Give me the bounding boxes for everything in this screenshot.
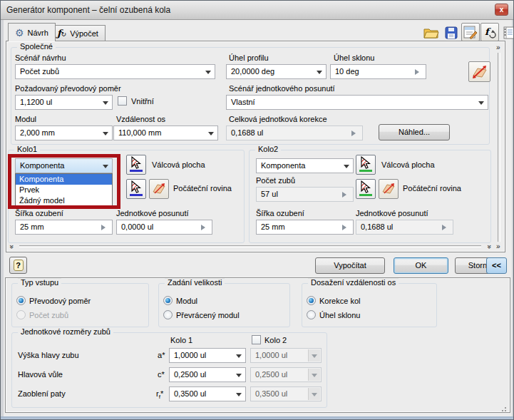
gear1-color-underline — [130, 170, 143, 172]
flip-direction-button[interactable] — [468, 61, 490, 82]
expand-right-chevron-icon[interactable]: » — [496, 243, 500, 250]
expand-right-chevron-icon[interactable]: » — [496, 44, 500, 51]
addendum-gear2-combo[interactable]: 1,0000 ul — [250, 348, 322, 363]
dropdown-item-komponenta[interactable]: Komponenta — [16, 174, 112, 185]
open-button[interactable] — [422, 24, 441, 42]
gear1-model-combo[interactable]: Komponenta — [15, 158, 113, 173]
unit-shift-scenario-combo[interactable]: Vlastní — [226, 95, 488, 110]
gear1-model-dropdown: Komponenta Prvek Žádný model — [15, 173, 113, 207]
root-fillet-gear1-combo[interactable]: 0,3500 ul — [169, 386, 246, 401]
window-border-bottom — [1, 416, 514, 420]
expand-down-chevron-icon[interactable]: » — [8, 245, 15, 249]
helix-angle-field[interactable]: 10 deg — [330, 64, 426, 79]
pressure-angle-combo[interactable]: 20,0000 deg — [226, 64, 327, 79]
dropdown-item-zadny-model[interactable]: Žádný model — [16, 195, 112, 206]
recalculate-button[interactable]: f — [480, 23, 499, 41]
radio-number-of-teeth[interactable] — [16, 310, 26, 319]
gear1-plane-button[interactable] — [149, 179, 169, 199]
clearance-gear2-combo[interactable]: 0,2500 ul — [250, 367, 322, 382]
chevron-down-icon — [103, 101, 108, 108]
radio-helix-angle-label: Úhel sklonu — [319, 311, 360, 319]
resize-grip[interactable] — [501, 405, 508, 411]
root-fillet-gear2-combo[interactable]: 0,3500 ul — [250, 386, 322, 401]
tooth-col2-header: Kolo 2 — [264, 336, 287, 344]
radio-module[interactable] — [163, 296, 173, 305]
design-scenario-combo[interactable]: Počet zubů — [15, 64, 215, 79]
gear2-cylindrical-face-label: Válcová plocha — [381, 160, 435, 169]
gear2-plane-button[interactable] — [379, 179, 399, 199]
ok-button[interactable]: OK — [394, 257, 448, 274]
dropdown-item-prvek[interactable]: Prvek — [16, 185, 112, 195]
close-button[interactable]: x — [495, 4, 508, 16]
radio-corrections[interactable] — [307, 296, 316, 305]
pressure-angle-label: Úhel profilu — [229, 53, 269, 62]
bottom-panel-splitter[interactable]: » » — [9, 243, 491, 250]
gear2-model-combo[interactable]: Komponenta — [256, 158, 354, 173]
tab-calculation[interactable]: ƒ↻ Výpočet — [50, 25, 106, 41]
gear1-start-plane-pick-button[interactable] — [126, 179, 146, 199]
chevron-down-icon — [236, 393, 242, 399]
select-cursor-icon — [129, 180, 143, 194]
help-button[interactable]: ? — [9, 257, 27, 274]
center-distance-label: Vzdálenost os — [116, 115, 165, 123]
center-distance-combo[interactable]: 110,000 mm — [113, 126, 218, 140]
report-button[interactable] — [500, 24, 514, 42]
save-floppy-icon — [445, 26, 458, 39]
splitter-groove — [498, 53, 500, 242]
chevron-down-icon — [208, 132, 214, 138]
root-fillet-symbol: rf* — [156, 389, 163, 400]
gear2-color-underline — [359, 170, 372, 172]
radio-diametral-pitch-label: Převrácený modul — [176, 311, 240, 319]
gear2-teeth-label: Počet zubů — [256, 176, 295, 185]
side-panel-splitter[interactable]: » » — [494, 43, 505, 252]
save-button[interactable] — [442, 24, 461, 42]
radio-helix-angle[interactable] — [307, 310, 316, 319]
tab-design[interactable]: ⚙ Návrh — [8, 23, 56, 41]
tooth-col2-checkbox[interactable] — [252, 335, 261, 344]
module-label: Modul — [15, 115, 36, 123]
gear2-facewidth-field[interactable]: 25 mm — [256, 220, 354, 235]
export-form-button[interactable] — [461, 23, 480, 41]
clearance-gear1-combo[interactable]: 0,2500 ul — [169, 367, 246, 382]
gear1-unit-correction-field[interactable]: 0,0000 ul — [116, 220, 212, 235]
gear1-facewidth-field[interactable]: 25 mm — [15, 220, 113, 235]
radio-module-label: Modul — [176, 297, 197, 305]
chevron-down-icon — [103, 132, 108, 138]
dialog-window: Generátor komponent – čelní ozubená kola… — [0, 0, 514, 420]
gear-icon: ⚙ — [15, 28, 24, 38]
spinner-arrow-icon — [342, 192, 349, 198]
internal-checkbox[interactable] — [118, 96, 127, 106]
gear2-cylindrical-face-pick-button[interactable] — [356, 155, 376, 175]
gear1-group-legend: Kolo1 — [14, 145, 40, 153]
preview-button[interactable]: Náhled... — [379, 124, 450, 140]
gear2-start-plane-pick-button[interactable] — [356, 179, 376, 199]
spinner-arrow-icon — [351, 130, 359, 136]
expand-down-chevron-icon[interactable]: » — [485, 245, 493, 249]
collapse-button[interactable]: << — [486, 257, 507, 274]
desired-ratio-combo[interactable]: 1,1200 ul — [15, 95, 113, 110]
chevron-down-icon — [312, 393, 317, 399]
gear2-unit-correction-field[interactable]: 0,1688 ul — [356, 220, 453, 235]
addendum-gear1-combo[interactable]: 1,0000 ul — [169, 348, 246, 363]
total-correction-field[interactable]: 0,1688 ul — [226, 126, 363, 140]
radio-diametral-pitch[interactable] — [163, 310, 173, 319]
form-edit-icon — [463, 25, 478, 39]
spinner-arrow-icon — [201, 225, 208, 230]
spinner-arrow-icon — [415, 69, 422, 75]
module-combo[interactable]: 2,000 mm — [15, 126, 113, 140]
gear2-group-legend: Kolo2 — [255, 145, 281, 153]
radio-corrections-label: Korekce kol — [319, 297, 360, 305]
gear1-cylindrical-face-pick-button[interactable] — [126, 155, 146, 175]
calculate-button[interactable]: Vypočítat — [315, 257, 385, 274]
chevron-down-icon — [317, 71, 322, 77]
design-scenario-label: Scénář návrhu — [15, 53, 66, 62]
distance-type-group: Dosažení vzdálenosti os — [302, 283, 437, 327]
radio-gear-ratio[interactable] — [16, 296, 26, 305]
gear2-teeth-field[interactable]: 57 ul — [256, 187, 354, 202]
gear2-color-underline — [359, 194, 372, 196]
gear2-start-plane-label: Počáteční rovina — [403, 184, 461, 193]
start-plane-icon — [151, 181, 167, 197]
title-bar[interactable]: Generátor komponent – čelní ozubená kola — [1, 1, 513, 20]
addendum-label: Výška hlavy zubu — [18, 351, 79, 359]
gear1-color-underline — [130, 194, 143, 196]
